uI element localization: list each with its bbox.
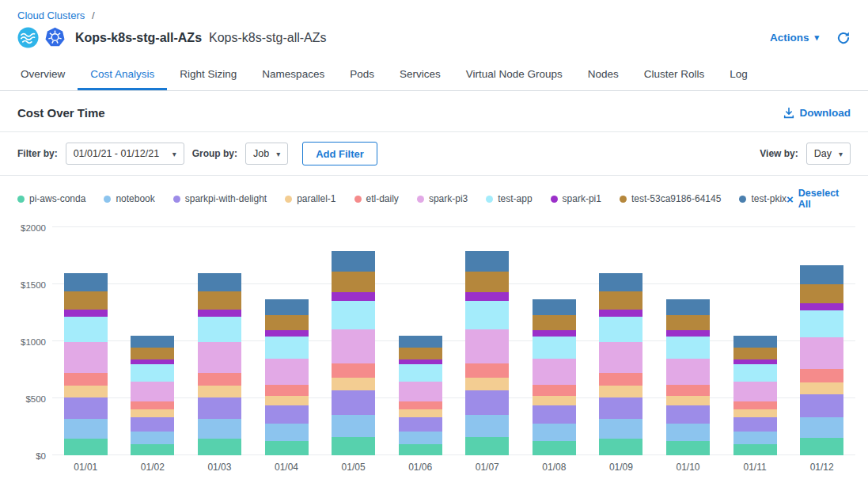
tab-right-sizing[interactable]: Right Sizing bbox=[167, 59, 249, 90]
bar-segment-etl-daily[interactable] bbox=[533, 385, 576, 396]
legend-item-parallel-1[interactable]: parallel-1 bbox=[285, 193, 335, 204]
bar-segment-spark-pi3[interactable] bbox=[198, 342, 241, 373]
bar-segment-spark-pi3[interactable] bbox=[399, 382, 442, 401]
bar-segment-notebook[interactable] bbox=[800, 417, 843, 439]
bar-segment-spark-pi3[interactable] bbox=[131, 382, 174, 401]
bar-segment-test-app[interactable] bbox=[599, 317, 642, 342]
bar-segment-etl-daily[interactable] bbox=[64, 373, 108, 386]
deselect-all-button[interactable]: × Deselect All bbox=[787, 188, 851, 210]
legend-item-notebook[interactable]: notebook bbox=[104, 193, 154, 204]
bar-segment-test-pkix[interactable] bbox=[131, 336, 174, 348]
bar-segment-test-pkix[interactable] bbox=[533, 299, 576, 315]
bar-segment-test-53ca9186-64145[interactable] bbox=[733, 348, 777, 359]
legend-item-spark-pi3[interactable]: spark-pi3 bbox=[417, 193, 468, 204]
bar-segment-parallel-1[interactable] bbox=[198, 386, 241, 397]
bar-segment-notebook[interactable] bbox=[599, 419, 642, 439]
stacked-bar-01/10[interactable] bbox=[666, 299, 710, 455]
view-by-select[interactable]: Day ▾ bbox=[806, 143, 851, 165]
legend-item-test-pkix[interactable]: test-pkix bbox=[739, 193, 787, 204]
bar-segment-sparkpi-with-delight[interactable] bbox=[599, 397, 642, 419]
bar-segment-etl-daily[interactable] bbox=[465, 363, 509, 378]
bar-segment-test-53ca9186-64145[interactable] bbox=[533, 315, 576, 330]
bar-segment-etl-daily[interactable] bbox=[399, 401, 442, 409]
bar-segment-etl-daily[interactable] bbox=[332, 363, 375, 378]
bar-segment-test-app[interactable] bbox=[198, 317, 241, 342]
bar-segment-notebook[interactable] bbox=[733, 432, 777, 445]
bar-segment-sparkpi-with-delight[interactable] bbox=[332, 390, 375, 415]
bar-segment-test-app[interactable] bbox=[666, 337, 710, 359]
bar-segment-pi-aws-conda[interactable] bbox=[465, 437, 509, 455]
bar-segment-notebook[interactable] bbox=[533, 424, 576, 441]
stacked-bar-01/06[interactable] bbox=[399, 336, 442, 455]
stacked-bar-01/09[interactable] bbox=[599, 273, 642, 455]
bar-segment-test-app[interactable] bbox=[332, 301, 375, 329]
bar-segment-test-app[interactable] bbox=[64, 317, 108, 342]
bar-segment-pi-aws-conda[interactable] bbox=[198, 439, 241, 455]
legend-item-etl-daily[interactable]: etl-daily bbox=[354, 193, 399, 204]
bar-segment-etl-daily[interactable] bbox=[265, 385, 309, 396]
bar-segment-notebook[interactable] bbox=[131, 432, 174, 445]
bar-segment-notebook[interactable] bbox=[399, 432, 442, 445]
bar-segment-spark-pi3[interactable] bbox=[64, 342, 108, 373]
bar-segment-etl-daily[interactable] bbox=[599, 373, 642, 386]
bar-segment-test-pkix[interactable] bbox=[465, 251, 509, 272]
tab-namespaces[interactable]: Namespaces bbox=[249, 59, 337, 90]
bar-segment-test-53ca9186-64145[interactable] bbox=[265, 315, 309, 330]
bar-segment-parallel-1[interactable] bbox=[64, 386, 108, 397]
bar-segment-spark-pi1[interactable] bbox=[332, 292, 375, 301]
add-filter-button[interactable]: Add Filter bbox=[302, 142, 377, 165]
bar-segment-parallel-1[interactable] bbox=[465, 378, 509, 390]
bar-segment-sparkpi-with-delight[interactable] bbox=[733, 417, 777, 432]
bar-segment-spark-pi3[interactable] bbox=[265, 359, 309, 385]
bar-segment-notebook[interactable] bbox=[666, 424, 710, 441]
tab-log[interactable]: Log bbox=[717, 59, 760, 90]
bar-segment-spark-pi1[interactable] bbox=[599, 310, 642, 317]
bar-segment-sparkpi-with-delight[interactable] bbox=[64, 397, 108, 419]
tab-virtual-node-groups[interactable]: Virtual Node Groups bbox=[453, 59, 575, 90]
bar-segment-test-53ca9186-64145[interactable] bbox=[465, 272, 509, 292]
bar-segment-pi-aws-conda[interactable] bbox=[399, 444, 442, 455]
bar-segment-sparkpi-with-delight[interactable] bbox=[465, 390, 509, 415]
legend-item-test-53ca9186-64145[interactable]: test-53ca9186-64145 bbox=[620, 193, 721, 204]
bar-segment-notebook[interactable] bbox=[265, 424, 309, 441]
legend-item-sparkpi-with-delight[interactable]: sparkpi-with-delight bbox=[173, 193, 267, 204]
group-by-select[interactable]: Job ▾ bbox=[245, 143, 288, 165]
bar-segment-pi-aws-conda[interactable] bbox=[64, 439, 108, 455]
bar-segment-test-pkix[interactable] bbox=[399, 336, 442, 348]
bar-segment-sparkpi-with-delight[interactable] bbox=[198, 397, 241, 419]
bar-segment-parallel-1[interactable] bbox=[399, 409, 442, 416]
bar-segment-parallel-1[interactable] bbox=[599, 386, 642, 397]
bar-segment-etl-daily[interactable] bbox=[733, 401, 777, 409]
bar-segment-test-app[interactable] bbox=[533, 337, 576, 359]
bar-segment-etl-daily[interactable] bbox=[666, 385, 710, 396]
bar-segment-etl-daily[interactable] bbox=[131, 401, 174, 409]
bar-segment-test-app[interactable] bbox=[265, 337, 309, 359]
stacked-bar-01/07[interactable] bbox=[465, 251, 509, 455]
bar-segment-spark-pi1[interactable] bbox=[666, 330, 710, 337]
legend-item-pi-aws-conda[interactable]: pi-aws-conda bbox=[17, 193, 85, 204]
bar-segment-parallel-1[interactable] bbox=[131, 409, 174, 416]
stacked-bar-01/02[interactable] bbox=[131, 336, 174, 455]
tab-services[interactable]: Services bbox=[387, 59, 453, 90]
download-button[interactable]: Download bbox=[783, 107, 851, 119]
bar-segment-pi-aws-conda[interactable] bbox=[332, 437, 375, 455]
bar-segment-pi-aws-conda[interactable] bbox=[533, 441, 576, 455]
tab-cost-analysis[interactable]: Cost Analysis bbox=[78, 59, 167, 90]
bar-segment-test-pkix[interactable] bbox=[332, 251, 375, 272]
bar-segment-test-pkix[interactable] bbox=[64, 273, 108, 291]
refresh-icon[interactable] bbox=[836, 31, 851, 45]
bar-segment-test-53ca9186-64145[interactable] bbox=[399, 348, 442, 359]
bar-segment-parallel-1[interactable] bbox=[666, 396, 710, 405]
stacked-bar-01/01[interactable] bbox=[64, 273, 108, 455]
bar-segment-spark-pi3[interactable] bbox=[599, 342, 642, 373]
bar-segment-spark-pi3[interactable] bbox=[332, 329, 375, 363]
bar-segment-test-app[interactable] bbox=[131, 364, 174, 381]
bar-segment-etl-daily[interactable] bbox=[198, 373, 241, 386]
bar-segment-test-app[interactable] bbox=[465, 301, 509, 329]
bar-segment-parallel-1[interactable] bbox=[733, 409, 777, 416]
tab-overview[interactable]: Overview bbox=[8, 59, 78, 90]
bar-segment-spark-pi1[interactable] bbox=[800, 303, 843, 310]
bar-segment-test-app[interactable] bbox=[733, 364, 777, 381]
bar-segment-notebook[interactable] bbox=[465, 415, 509, 437]
bar-segment-test-pkix[interactable] bbox=[800, 265, 843, 284]
